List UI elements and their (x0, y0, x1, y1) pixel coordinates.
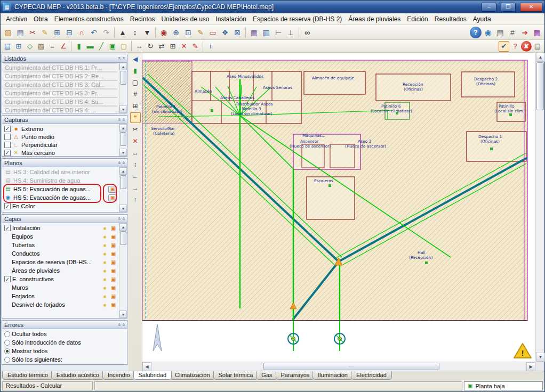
minimize-button[interactable]: – (482, 3, 496, 12)
layer-print-icon[interactable]: ▣ (110, 293, 117, 299)
listado-item[interactable]: Cumplimiento del CTE DB HS 2: Re... (3, 72, 118, 80)
visibility-lamp-icon[interactable]: ● (101, 225, 108, 231)
menu-unidades-de-uso[interactable]: Unidades de uso (158, 14, 212, 24)
capture-icon[interactable]: # (507, 27, 518, 38)
duplicate-plan-button[interactable]: ▣ (108, 186, 117, 193)
menu-instalaci-n[interactable]: Instalación (213, 14, 250, 24)
layer-print-icon[interactable]: ▣ (110, 242, 117, 248)
listado-item[interactable]: Cumplimiento del CTE DB HS 4: ... (3, 106, 118, 113)
listado-item[interactable]: Cumplimiento del CTE DB HS 4: Su... (3, 97, 118, 106)
checkbox[interactable] (4, 142, 11, 148)
scroll-thumb[interactable] (120, 175, 126, 189)
captura-item[interactable]: ✓✕Más cercano (3, 149, 118, 156)
scroll-thumb[interactable] (536, 62, 544, 110)
scroll-down-icon[interactable]: ▼ (119, 205, 127, 212)
chart-icon[interactable]: ▥ (260, 27, 272, 38)
template-icon[interactable]: ▧ (36, 41, 46, 52)
snap-grid-icon[interactable]: # (130, 89, 141, 100)
dimension-h-icon[interactable]: ⊢ (272, 27, 284, 38)
visibility-lamp-icon[interactable]: ● (101, 268, 108, 274)
equipment-icon[interactable]: ▣ (107, 41, 118, 52)
tab-iluminaci-n[interactable]: Iluminación (312, 371, 353, 380)
layer-print-icon[interactable]: ▣ (110, 234, 117, 240)
listado-item[interactable]: Cumplimiento del CTE DB HS 3: Pr... (3, 89, 118, 97)
scroll-thumb[interactable] (120, 132, 126, 146)
listados-scrollbar[interactable]: ▲ ▼ (119, 63, 127, 113)
listado-item[interactable]: Cumplimiento del CTE DB HS 1: Pr... (3, 63, 118, 72)
listado-item[interactable]: Cumplimiento del CTE DB HS 3: Cal... (3, 80, 118, 89)
canvas-vscroll[interactable]: ▲ ▼ (535, 53, 544, 362)
reference-icon[interactable]: ◇ (25, 41, 35, 52)
plant-view-icon[interactable]: ▤ (2, 41, 13, 52)
scroll-down-icon[interactable]: ▼ (119, 311, 127, 318)
layout-grid-icon[interactable]: ▦ (531, 27, 543, 38)
capa-item[interactable]: Desnivel de forjados●▣ (3, 300, 118, 309)
capas-scrollbar[interactable]: ▲ ▼ (119, 223, 127, 318)
layer-print-icon[interactable]: ▣ (110, 251, 117, 257)
scroll-up-icon[interactable]: ▲ (119, 223, 127, 231)
mirror-icon[interactable]: ⇄ (156, 41, 167, 52)
menu-archivo[interactable]: Archivo (3, 14, 30, 24)
pipe-icon[interactable]: ╱ (96, 41, 107, 52)
table-list-icon[interactable]: ⊞ (51, 27, 63, 38)
printer-icon[interactable]: ▤ (494, 27, 506, 38)
panel-capturas-header[interactable]: Capturas « « (2, 116, 127, 124)
copy-element-icon[interactable]: ⊞ (167, 41, 178, 52)
capturas-scrollbar[interactable]: ▲ ▼ (119, 124, 127, 156)
edit-data-icon[interactable]: ✎ (190, 41, 201, 52)
radio-button[interactable] (4, 357, 10, 363)
layer-print-icon[interactable]: ▣ (110, 302, 117, 308)
checkbox[interactable] (4, 134, 11, 140)
radio-button[interactable] (4, 331, 10, 337)
save-icon[interactable]: ▤ (14, 27, 26, 38)
menu-ayuda[interactable]: Ayuda (470, 14, 494, 24)
zoom-in-icon[interactable]: ⊕ (170, 27, 182, 38)
layer-print-icon[interactable]: ▣ (110, 225, 117, 231)
tab-gas[interactable]: Gas (256, 371, 277, 380)
selection-window-icon[interactable]: ▢ (130, 77, 141, 88)
plano-item-disabled[interactable]: ▤HS 4: Suministro de agua (3, 176, 118, 185)
eraser-icon[interactable]: ▭ (207, 27, 219, 38)
info-icon[interactable]: i (205, 41, 216, 52)
duplicate-plan-button[interactable]: ▣ (108, 194, 117, 201)
pan-left-icon[interactable]: ← (130, 171, 141, 182)
delete-region-icon[interactable]: ✕ (130, 136, 141, 146)
collapse-chevron-icon[interactable]: « (121, 57, 126, 60)
error-option[interactable]: Mostrar todos (3, 347, 126, 355)
tab-estudio-t-rmico[interactable]: Estudio térmico (2, 371, 53, 380)
capa-item[interactable]: Forjados●▣ (3, 292, 118, 300)
pan-icon[interactable]: ❖ (219, 27, 231, 38)
radio-button[interactable] (4, 340, 10, 346)
checkbox[interactable]: ✓ (4, 126, 11, 132)
captura-item[interactable]: △Punto medio (3, 133, 118, 141)
plant-down-icon[interactable]: ▼ (141, 27, 153, 38)
tab-climatizaci-n[interactable]: Climatización (170, 371, 215, 380)
captura-item[interactable]: ✓■Extremo (3, 125, 118, 133)
scroll-up-icon[interactable]: ▲ (119, 167, 127, 175)
error-option[interactable]: Ocultar todos (3, 330, 126, 338)
panel-errores-header[interactable]: Errores « « (2, 321, 127, 329)
visibility-lamp-icon[interactable]: ● (101, 302, 108, 308)
title-bar[interactable]: ▦ CYPECAD MEP - v2013.beta.b - [T:\CYPE … (1, 1, 544, 13)
collapse-chevron-icon[interactable]: « (121, 161, 126, 164)
pan-right-icon[interactable]: → (130, 183, 141, 193)
help-icon[interactable]: ? (470, 27, 482, 38)
redo-icon[interactable]: ↷ (100, 27, 112, 38)
visibility-lamp-icon[interactable]: ● (101, 276, 108, 282)
comment-icon[interactable]: ❝ (130, 112, 141, 123)
layers-icon[interactable]: ≡ (47, 41, 58, 52)
capa-item[interactable]: ✓Instalación●▣ (3, 224, 118, 232)
plan-canvas[interactable]: ! Patinillo 1(sin climatizar)AlmacénAseo… (142, 53, 536, 363)
checkbox[interactable]: ✓ (4, 203, 11, 209)
layer-print-icon[interactable]: ▣ (110, 259, 117, 265)
accept-check-icon[interactable]: ✔ (499, 41, 509, 52)
radio-button[interactable] (4, 348, 10, 354)
layer-print-icon[interactable]: ▣ (110, 276, 117, 282)
duct-h-icon[interactable]: ▬ (85, 41, 95, 52)
encolor-item[interactable]: ✓En Color (3, 202, 118, 210)
visibility-lamp-icon[interactable]: ● (101, 251, 108, 257)
pan-up-icon[interactable]: ↑ (130, 194, 141, 205)
menu-elementos-constructivos[interactable]: Elementos constructivos (51, 14, 127, 24)
open-project-icon[interactable]: ▨ (2, 27, 14, 38)
zone-icon[interactable]: ▢ (118, 41, 129, 52)
